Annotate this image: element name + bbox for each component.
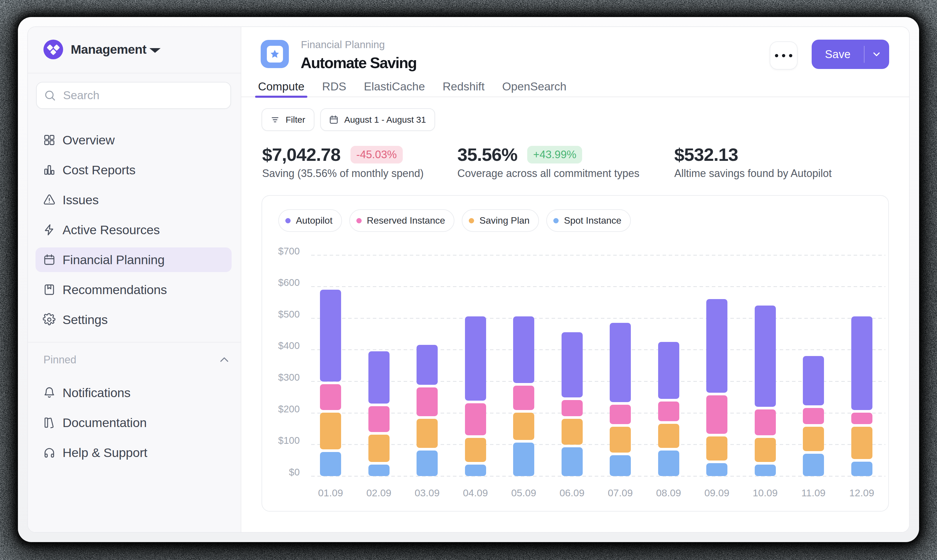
- x-axis-tick: 02.09: [354, 488, 404, 498]
- bar-segment-reserved-instance[interactable]: [368, 406, 389, 432]
- y-axis-tick: $700: [262, 246, 300, 256]
- bar-segment-saving-plan[interactable]: [417, 419, 438, 448]
- bar-segment-saving-plan[interactable]: [755, 438, 776, 462]
- workspace-caret-down-icon: [149, 48, 161, 53]
- bar-segment-spot-instance[interactable]: [851, 462, 872, 476]
- stat-3: $532.13Alltime savings found by Autopilo…: [674, 145, 832, 180]
- bar-segment-saving-plan[interactable]: [851, 427, 872, 459]
- bar-segment-autopilot[interactable]: [417, 345, 438, 385]
- tab-rds[interactable]: RDS: [319, 80, 349, 97]
- tab-compute[interactable]: Compute: [255, 80, 307, 97]
- bar-segment-saving-plan[interactable]: [320, 413, 341, 450]
- x-axis-tick: 03.09: [402, 488, 452, 498]
- bar-segment-spot-instance[interactable]: [658, 451, 679, 476]
- sidebar-item-overview[interactable]: Overview: [35, 128, 232, 152]
- tab-elasticache[interactable]: ElastiCache: [361, 80, 428, 97]
- bar-segment-autopilot[interactable]: [851, 316, 872, 410]
- save-button[interactable]: Save: [812, 40, 889, 69]
- bar-segment-reserved-instance[interactable]: [610, 405, 631, 424]
- filter-button-label: Filter: [286, 115, 305, 125]
- tab-bar: ComputeRDSElastiCacheRedshiftOpenSearch: [255, 80, 581, 97]
- bar-segment-autopilot[interactable]: [803, 356, 824, 405]
- bar-segment-autopilot[interactable]: [368, 351, 389, 403]
- sidebar-item-financial-planning[interactable]: Financial Planning: [35, 248, 232, 272]
- bar-segment-spot-instance[interactable]: [465, 465, 486, 476]
- bar-segment-reserved-instance[interactable]: [562, 400, 583, 417]
- bar-segment-autopilot[interactable]: [706, 299, 728, 392]
- bar-segment-saving-plan[interactable]: [513, 413, 534, 440]
- bar-segment-autopilot[interactable]: [610, 323, 631, 402]
- bar-segment-reserved-instance[interactable]: [513, 386, 534, 410]
- bar-segment-reserved-instance[interactable]: [706, 395, 728, 434]
- x-axis-tick: 05.09: [499, 488, 549, 498]
- bar-segment-autopilot[interactable]: [465, 316, 486, 400]
- sidebar-item-settings[interactable]: Settings: [35, 307, 232, 332]
- bar-segment-reserved-instance[interactable]: [320, 384, 341, 410]
- bar-segment-autopilot[interactable]: [658, 342, 679, 399]
- date-range-button[interactable]: August 1 - August 31: [320, 108, 435, 131]
- y-axis-tick: $500: [262, 309, 300, 319]
- bar-segment-reserved-instance[interactable]: [755, 409, 776, 435]
- sidebar-item-active-resources[interactable]: Active Resources: [35, 217, 232, 242]
- chevron-up-icon[interactable]: [218, 354, 230, 366]
- sidebar-item-notifications[interactable]: Notifications: [35, 380, 232, 405]
- bar-segment-reserved-instance[interactable]: [803, 408, 824, 425]
- bar-segment-saving-plan[interactable]: [706, 437, 728, 460]
- workspace-switcher[interactable]: Management: [28, 27, 241, 73]
- x-axis-tick: 04.09: [451, 488, 500, 498]
- app-window: Management Search OverviewCost ReportsIs…: [18, 17, 919, 542]
- sidebar-item-label: Recommendations: [63, 283, 167, 297]
- sidebar-item-recommendations[interactable]: Recommendations: [35, 277, 232, 302]
- bar-segment-autopilot[interactable]: [513, 316, 534, 383]
- tab-opensearch[interactable]: OpenSearch: [499, 80, 569, 97]
- bar-segment-reserved-instance[interactable]: [417, 388, 438, 417]
- chevron-down-icon: [871, 49, 882, 60]
- search-icon: [44, 89, 56, 102]
- bar-segment-autopilot[interactable]: [755, 306, 776, 407]
- tab-redshift[interactable]: Redshift: [440, 80, 488, 97]
- bar-segment-reserved-instance[interactable]: [465, 403, 486, 435]
- sidebar-item-help-support[interactable]: Help & Support: [35, 440, 232, 465]
- bar-segment-reserved-instance[interactable]: [851, 413, 872, 424]
- gridline: [311, 349, 885, 350]
- bar-chart-icon: [43, 163, 56, 176]
- bar-segment-saving-plan[interactable]: [368, 435, 389, 462]
- y-axis-tick: $200: [262, 404, 300, 414]
- bar-segment-saving-plan[interactable]: [803, 427, 824, 451]
- bar-segment-saving-plan[interactable]: [465, 438, 486, 462]
- bar-segment-spot-instance[interactable]: [610, 455, 631, 476]
- x-axis-tick: 12.09: [837, 488, 887, 498]
- stat-badge: +43.99%: [527, 146, 582, 163]
- bar-segment-spot-instance[interactable]: [417, 451, 438, 476]
- filter-button[interactable]: Filter: [262, 108, 314, 131]
- bar-segment-spot-instance[interactable]: [562, 447, 583, 476]
- bar-segment-autopilot[interactable]: [562, 332, 583, 397]
- bar-segment-spot-instance[interactable]: [755, 465, 776, 476]
- stat-caption: Saving (35.56% of monthly spend): [262, 167, 423, 180]
- stat-1: $7,042.78-45.03%Saving (35.56% of monthl…: [262, 145, 423, 180]
- pinned-section-header[interactable]: Pinned: [43, 354, 232, 366]
- bar-segment-spot-instance[interactable]: [706, 463, 728, 476]
- bar-segment-spot-instance[interactable]: [803, 454, 824, 476]
- bar-segment-saving-plan[interactable]: [658, 424, 679, 448]
- save-button-label: Save: [812, 48, 864, 61]
- bar-segment-autopilot[interactable]: [320, 290, 341, 382]
- bar-segment-spot-instance[interactable]: [368, 465, 389, 476]
- save-dropdown-button[interactable]: [865, 49, 889, 60]
- more-actions-button[interactable]: [770, 42, 798, 69]
- bar-segment-reserved-instance[interactable]: [658, 402, 679, 421]
- search-input[interactable]: Search: [36, 82, 231, 109]
- bar-segment-spot-instance[interactable]: [513, 443, 534, 476]
- bar-segment-spot-instance[interactable]: [320, 452, 341, 476]
- bar-segment-saving-plan[interactable]: [610, 427, 631, 452]
- bar-segment-saving-plan[interactable]: [562, 419, 583, 445]
- sidebar-item-label: Help & Support: [63, 446, 147, 460]
- sidebar-item-issues[interactable]: Issues: [35, 188, 232, 212]
- gear-icon: [43, 313, 56, 326]
- x-axis-tick: 11.09: [788, 488, 839, 498]
- sidebar-item-documentation[interactable]: Documentation: [35, 410, 232, 435]
- sidebar-item-cost-reports[interactable]: Cost Reports: [35, 158, 232, 182]
- bookmark-book-icon: [43, 283, 56, 296]
- star-icon: [269, 49, 280, 59]
- stat-caption: Alltime savings found by Autopilot: [674, 167, 832, 180]
